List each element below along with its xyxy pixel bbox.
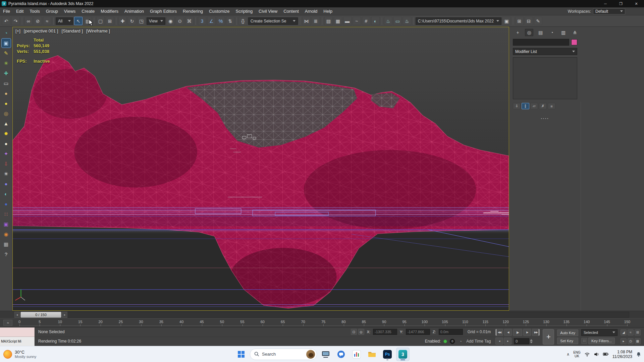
menu-graph-editors[interactable]: Graph Editors (147, 7, 180, 15)
selection-lock-toggle-icon[interactable]: ◎ (358, 329, 364, 335)
percent-snap-toggle-icon[interactable]: % (217, 17, 225, 25)
left-toolbar-icon[interactable]: ● (2, 89, 11, 98)
time-slider-track[interactable] (67, 312, 629, 318)
taskbar-search[interactable]: Search (250, 349, 317, 360)
utilities-tab[interactable]: ⋔ (571, 29, 579, 36)
render-setup-icon[interactable]: ♨ (384, 17, 392, 25)
enabled-toggle-icon[interactable] (443, 340, 447, 343)
timeline-tick[interactable]: 15 (78, 320, 82, 324)
menu-create[interactable]: Create (78, 7, 98, 15)
keyboard-override-toggle-icon[interactable]: ⌘ (185, 17, 194, 25)
timeline-tick[interactable]: 95 (402, 320, 406, 324)
selection-set-dropdown[interactable]: Selected (581, 329, 618, 336)
menu-modifiers[interactable]: Modifiers (98, 7, 121, 15)
spinner-snap-toggle-icon[interactable]: ⇅ (226, 17, 234, 25)
timeline-tick[interactable]: 105 (442, 320, 448, 324)
previous-frame-button[interactable]: ◀ (504, 329, 512, 336)
modify-tab[interactable]: ◎ (525, 29, 533, 36)
edit-named-selection-sets-icon[interactable]: {} (239, 17, 247, 25)
timeline-tick[interactable]: 5 (39, 320, 41, 324)
volume-icon[interactable] (594, 352, 599, 357)
panel-resize-handle[interactable]: •••• (513, 117, 577, 120)
wifi-icon[interactable] (584, 352, 590, 357)
menu-file[interactable]: File (0, 7, 13, 15)
render-production-icon[interactable]: ♨ (403, 17, 411, 25)
lock-keys-icon[interactable]: ⊞ (635, 329, 641, 336)
timeline-tick[interactable]: 10 (58, 320, 62, 324)
select-and-move-icon[interactable]: ✚ (118, 17, 127, 25)
auto-key-button[interactable]: Auto Key (557, 329, 578, 336)
left-toolbar-icon[interactable]: ● (2, 99, 11, 108)
left-toolbar-icon[interactable]: ● (2, 179, 11, 188)
select-and-link-icon[interactable]: ∞ (24, 17, 33, 25)
default-tangents-icon[interactable]: ◢ (621, 329, 627, 336)
timeline-tick[interactable]: 30 (139, 320, 143, 324)
timeline-tick[interactable]: 130 (543, 320, 549, 324)
timeline-tick[interactable]: 90 (382, 320, 386, 324)
menu-group[interactable]: Group (43, 7, 61, 15)
left-toolbar-icon[interactable]: ? (2, 250, 11, 259)
left-toolbar-icon[interactable]: ◐ (2, 189, 11, 198)
search-highlight-image[interactable] (306, 350, 315, 359)
left-toolbar-icon[interactable]: ▦ (2, 240, 11, 249)
go-to-start-button[interactable]: ◀◀ (495, 329, 503, 336)
snaps-toggle-icon[interactable]: 3 (198, 17, 206, 25)
curve-editor-icon[interactable]: ~ (353, 17, 361, 25)
motion-tab[interactable]: ◔ (548, 29, 556, 36)
workspaces-dropdown[interactable]: Default (593, 8, 625, 14)
timeline-tick[interactable]: 145 (604, 320, 610, 324)
timeline-tick[interactable]: 110 (462, 320, 468, 324)
timeline-tick[interactable]: 65 (281, 320, 285, 324)
left-toolbar-icon[interactable]: ✹ (2, 129, 11, 138)
timeline-tick[interactable]: 80 (341, 320, 345, 324)
left-toolbar-icon[interactable]: ◔ (2, 28, 11, 38)
taskbar-app-chat[interactable] (334, 348, 348, 361)
import-file-icon[interactable]: ⊞ (515, 17, 524, 25)
taskbar-app-photoshop[interactable]: Ps (381, 348, 394, 361)
new-key-settings-icon[interactable]: ≈ (628, 329, 634, 336)
add-time-tag[interactable]: Add Time Tag (466, 339, 491, 344)
set-key-mode-icon[interactable]: ∷ (581, 338, 587, 344)
battery-icon[interactable] (603, 352, 609, 356)
material-editor-icon[interactable]: ◐ (371, 17, 380, 25)
modifier-stack[interactable] (513, 57, 577, 99)
align-icon[interactable]: ≣ (312, 17, 320, 25)
remove-modifier-icon[interactable]: ✗ (539, 103, 547, 109)
frame-number-spinner[interactable]: 0 (514, 338, 533, 344)
left-toolbar-icon[interactable]: ✦ (2, 149, 11, 158)
viewport-general-menu[interactable]: [+] (15, 28, 20, 34)
weather-widget[interactable]: 30°C Mostly sunny (3, 350, 36, 359)
timeline-tick[interactable]: 25 (119, 320, 123, 324)
menu-scripting[interactable]: Scripting (233, 7, 256, 15)
timeline-tick[interactable]: 0 (18, 320, 20, 324)
left-toolbar-icon[interactable]: ◉ (2, 230, 11, 239)
taskbar-app-pc[interactable] (319, 348, 332, 361)
mirror-icon[interactable]: ⋈ (302, 17, 311, 25)
select-and-manipulate-icon[interactable]: ⊙ (176, 17, 184, 25)
menu-arnold[interactable]: Arnold (302, 7, 321, 15)
viewport-pov-menu[interactable]: [perspective 001 ] (24, 28, 58, 34)
timeline-tick[interactable]: 135 (564, 320, 570, 324)
taskbar-app-file-explorer[interactable] (365, 348, 379, 361)
menu-views[interactable]: Views (61, 7, 78, 15)
track-bar[interactable]: ≈ 05101520253035404550556065707580859095… (0, 318, 644, 327)
notifications-bell-icon[interactable] (636, 352, 641, 357)
object-color-swatch[interactable] (571, 39, 577, 45)
menu-edit[interactable]: Edit (13, 7, 26, 15)
y-coordinate-field[interactable]: -1477.866 (406, 329, 430, 335)
project-path-field[interactable]: C:\Users\97155\Documents\3ds Max 2022 (416, 17, 501, 25)
viewport-shading-menu[interactable]: [Wireframe ] (86, 28, 110, 34)
select-and-rotate-icon[interactable]: ↻ (128, 17, 136, 25)
hierarchy-tab[interactable]: ▤ (536, 29, 545, 36)
hidden-icons-chevron[interactable]: ∧ (567, 352, 570, 357)
timeline-tick[interactable]: 60 (261, 320, 265, 324)
undo-icon[interactable]: ↶ (2, 17, 10, 25)
timeline-tick[interactable]: 40 (179, 320, 183, 324)
timeline-tick[interactable]: 20 (98, 320, 102, 324)
timeline-tick[interactable]: 140 (584, 320, 590, 324)
track-bar-ruler[interactable]: 0510152025303540455055606570758085909510… (19, 318, 627, 327)
left-toolbar-icon[interactable]: ⇩ (2, 159, 11, 168)
go-to-end-button[interactable]: ▶▶ (532, 329, 540, 336)
left-toolbar-icon[interactable]: ✳ (2, 169, 11, 178)
timeline-tick[interactable]: 45 (200, 320, 204, 324)
